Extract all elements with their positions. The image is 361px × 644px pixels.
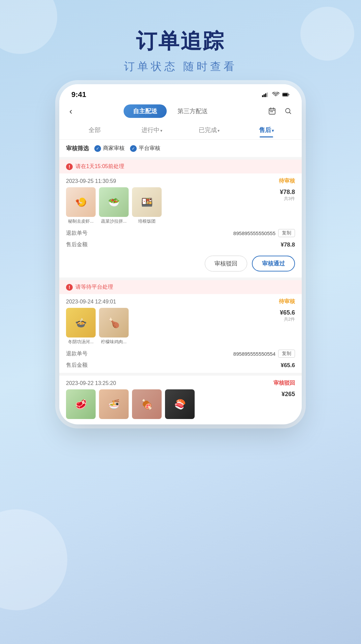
signal-icon	[262, 92, 269, 97]
main-content: 审核筛选 ✓ 商家审核 ✓ 平台审核 ! 请在1天15:05前处理 2023-0…	[59, 140, 302, 422]
bg-decoration-3	[0, 509, 67, 610]
food-name-sushi: 培根饭团	[138, 218, 156, 224]
order-status-2: 待审核	[279, 298, 295, 305]
food-name-salad: 蔬菜沙拉拼...	[101, 218, 127, 224]
order-item-3-2: 🍜	[99, 389, 129, 419]
status-time: 9:41	[71, 90, 86, 99]
nav-tabs: 自主配送 第三方配送	[78, 104, 263, 118]
svg-rect-5	[283, 93, 288, 96]
svg-rect-3	[267, 93, 268, 97]
order-items-1: 🍤 秘制去皮虾... 🥗 蔬菜沙拉拼... 🍱 培根饭团 ¥78.8 共3件	[59, 187, 302, 227]
food-image-sushi: 🍱	[132, 187, 162, 217]
order-item-1-2: 🥗 蔬菜沙拉拼...	[99, 187, 129, 224]
food-image-salad: 🥗	[99, 187, 129, 217]
page-title: 订单追踪	[124, 27, 237, 55]
order-item-3-1: 🥩	[66, 389, 96, 419]
order-header-3: 2023-09-22 13:25:20 审核驳回	[59, 376, 302, 389]
svg-rect-0	[262, 95, 263, 97]
order-datetime-2: 2023-09-24 12:49:01	[66, 299, 116, 305]
order-header-1: 2023-09-25 11:30:59 待审核	[59, 173, 302, 187]
svg-rect-1	[264, 94, 265, 97]
amount-label-2: 售后金额	[66, 362, 88, 369]
alert-text-2: 请等待平台处理	[75, 284, 113, 291]
order-amount-row-1: 售后金额 ¥78.8	[59, 239, 302, 252]
nav-tab-self-delivery[interactable]: 自主配送	[124, 104, 167, 118]
nav-tab-third-party[interactable]: 第三方配送	[168, 104, 217, 118]
back-button[interactable]: ‹	[66, 105, 76, 118]
check-icon-platform: ✓	[130, 145, 137, 152]
food-name-shrimp: 秘制去皮虾...	[68, 218, 94, 224]
refund-no-1: 895895555550555	[233, 230, 275, 236]
refund-no-2: 895895555550554	[233, 351, 275, 357]
order-price-value-3: ¥265	[282, 391, 295, 398]
audit-filter-bar: 审核筛选 ✓ 商家审核 ✓ 平台审核	[59, 140, 302, 157]
check-icon-merchant: ✓	[94, 145, 101, 152]
audit-check-merchant[interactable]: ✓ 商家审核	[94, 145, 125, 152]
approve-button-1[interactable]: 审核通过	[252, 256, 295, 271]
filter-tab-completed[interactable]: 已完成▾	[180, 124, 238, 136]
amount-value-2: ¥65.6	[281, 362, 295, 369]
wifi-icon	[272, 92, 280, 97]
food-image-bowl: 🍜	[99, 389, 129, 419]
food-image-soup: 🍲	[66, 308, 96, 337]
amount-value-1: ¥78.8	[281, 242, 295, 248]
refund-label-2: 退款单号	[66, 350, 88, 357]
action-buttons-1: 审核驳回 审核通过	[59, 252, 302, 278]
order-item-2-2: 🍗 柠檬味鸡肉...	[99, 308, 129, 345]
search-button[interactable]	[282, 104, 295, 118]
order-card-2: ! 请等待平台处理 2023-09-24 12:49:01 待审核 🍲 冬阴功汤…	[59, 280, 302, 373]
order-items-2: 🍲 冬阴功汤河... 🍗 柠檬味鸡肉... ¥65.6 共2件	[59, 308, 302, 348]
food-name-soup: 冬阴功汤河...	[68, 339, 94, 345]
status-icons	[262, 92, 290, 97]
order-card-3: 2023-09-22 13:25:20 审核驳回 🥩 🍜 🍖 🍣 ¥265	[59, 376, 302, 422]
page-subtitle: 订单状态 随时查看	[124, 59, 237, 74]
order-item-1-3: 🍱 培根饭团	[132, 187, 162, 224]
alert-bar-1: ! 请在1天15:05前处理	[59, 160, 302, 173]
order-item-3-4: 🍣	[165, 389, 195, 419]
alert-icon-1: !	[66, 163, 73, 170]
order-status-3: 审核驳回	[273, 380, 295, 387]
nav-bar: ‹ 自主配送 第三方配送	[59, 102, 302, 122]
filter-tabs: 全部 进行中▾ 已完成▾ 售后▾	[59, 122, 302, 140]
filter-tab-ongoing[interactable]: 进行中▾	[123, 124, 180, 136]
order-item-2-1: 🍲 冬阴功汤河...	[66, 308, 96, 345]
svg-rect-8	[272, 111, 273, 112]
order-card-1: ! 请在1天15:05前处理 2023-09-25 11:30:59 待审核 🍤…	[59, 160, 302, 278]
search-icon	[284, 107, 292, 115]
alert-icon-2: !	[66, 284, 73, 291]
svg-rect-7	[270, 111, 271, 112]
filter-tab-all[interactable]: 全部	[66, 124, 123, 136]
food-image-dark: 🍣	[165, 389, 195, 419]
order-price-3: ¥265	[282, 389, 295, 398]
order-datetime-1: 2023-09-25 11:30:59	[66, 178, 116, 184]
order-amount-row-2: 售后金额 ¥65.6	[59, 360, 302, 373]
order-price-value-1: ¥78.8	[280, 189, 295, 196]
svg-rect-2	[265, 93, 266, 97]
food-image-chicken: 🍗	[99, 308, 129, 337]
calendar-button[interactable]	[265, 104, 279, 118]
alert-bar-2: ! 请等待平台处理	[59, 280, 302, 294]
food-image-grill: 🥩	[66, 389, 96, 419]
reject-button-1[interactable]: 审核驳回	[205, 256, 247, 271]
order-item-3-3: 🍖	[132, 389, 162, 419]
alert-text-1: 请在1天15:05前处理	[75, 163, 124, 170]
bg-decoration-2	[300, 7, 354, 61]
food-image-shrimp: 🍤	[66, 187, 96, 217]
food-name-chicken: 柠檬味鸡肉...	[101, 339, 127, 345]
audit-filter-label: 审核筛选	[66, 144, 89, 152]
refund-label-1: 退款单号	[66, 230, 88, 237]
order-items-3: 🥩 🍜 🍖 🍣 ¥265	[59, 389, 302, 422]
copy-button-1[interactable]: 复制	[278, 229, 295, 237]
order-status-1: 待审核	[279, 178, 295, 185]
header-section: 订单追踪 订单状态 随时查看	[124, 27, 237, 74]
order-refund-row-1: 退款单号 895895555550555 复制	[59, 227, 302, 239]
filter-tab-aftersales[interactable]: 售后▾	[238, 124, 295, 136]
food-image-meat: 🍖	[132, 389, 162, 419]
order-item-1-1: 🍤 秘制去皮虾...	[66, 187, 96, 224]
amount-label-1: 售后金额	[66, 241, 88, 248]
audit-check-platform[interactable]: ✓ 平台审核	[130, 145, 160, 152]
status-bar: 9:41	[59, 84, 302, 102]
copy-button-2[interactable]: 复制	[278, 350, 295, 358]
order-datetime-3: 2023-09-22 13:25:20	[66, 380, 116, 386]
order-price-1: ¥78.8 共3件	[280, 187, 295, 202]
